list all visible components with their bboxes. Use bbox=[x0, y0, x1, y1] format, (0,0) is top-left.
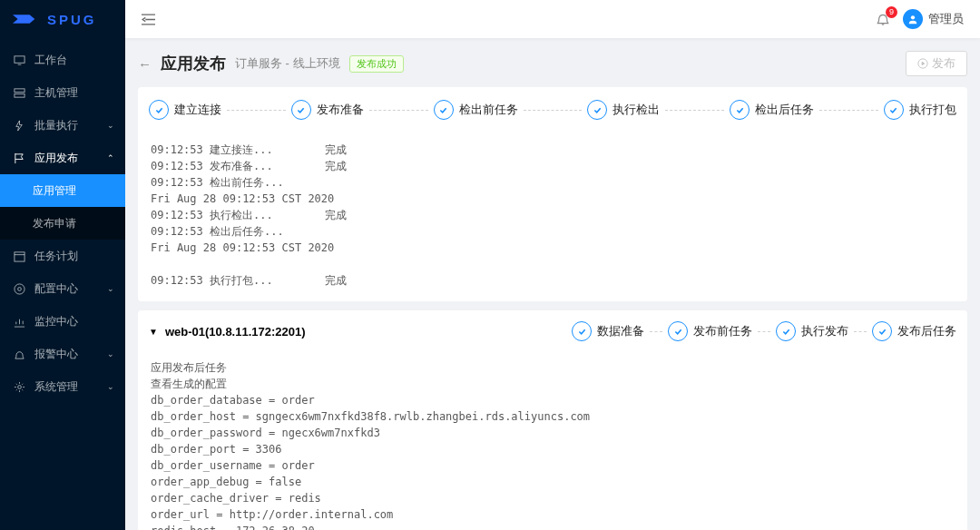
host-steps: 数据准备发布前任务执行发布发布后任务 bbox=[572, 321, 956, 341]
step-divider bbox=[650, 331, 662, 332]
nav-label: 发布申请 bbox=[33, 216, 76, 231]
page-title: 应用发布 bbox=[161, 53, 226, 74]
nav-label: 监控中心 bbox=[34, 314, 78, 329]
check-icon bbox=[291, 100, 311, 120]
sidebar: SPUG 工作台 主机管理 批量执行⌄ 应用发布⌃ 应用管理 发布申请 任务计划… bbox=[0, 0, 125, 530]
status-badge: 发布成功 bbox=[349, 55, 404, 73]
chart-icon bbox=[13, 315, 25, 328]
step: 执行打包 bbox=[884, 100, 956, 120]
nav-monitor[interactable]: 监控中心 bbox=[0, 305, 125, 338]
desktop-icon bbox=[13, 54, 25, 66]
step-label: 建立连接 bbox=[174, 102, 221, 118]
step: 检出后任务 bbox=[730, 100, 814, 120]
step-label: 执行检出 bbox=[612, 102, 660, 118]
config-icon bbox=[13, 282, 25, 295]
deploy-button[interactable]: 发布 bbox=[906, 51, 967, 76]
host-label: web-01(10.8.11.172:2201) bbox=[165, 325, 306, 339]
brand-text: SPUG bbox=[47, 12, 97, 27]
step-label: 数据准备 bbox=[597, 323, 644, 339]
logo: SPUG bbox=[0, 0, 125, 38]
nav-deploy-submenu: 应用管理 发布申请 bbox=[0, 174, 125, 240]
logo-icon bbox=[13, 13, 38, 25]
calendar-icon bbox=[13, 250, 25, 262]
build-steps: 建立连接发布准备检出前任务执行检出检出后任务执行打包 bbox=[138, 87, 967, 132]
nav-label: 系统管理 bbox=[34, 379, 78, 395]
svg-rect-0 bbox=[14, 55, 24, 62]
page-subtitle: 订单服务 - 线上环境 bbox=[235, 55, 340, 72]
chevron-up-icon: ⌃ bbox=[107, 153, 114, 162]
build-card: 建立连接发布准备检出前任务执行检出检出后任务执行打包 09:12:53 建立接连… bbox=[138, 87, 967, 301]
step-divider bbox=[369, 110, 428, 111]
step-divider bbox=[854, 331, 867, 332]
nav-label: 应用发布 bbox=[34, 151, 78, 166]
svg-rect-3 bbox=[14, 251, 24, 260]
step: 检出前任务 bbox=[434, 100, 518, 120]
check-icon bbox=[668, 321, 688, 341]
step-divider bbox=[819, 110, 878, 111]
chevron-down-icon: ⌄ bbox=[107, 382, 114, 391]
step-divider bbox=[665, 110, 724, 111]
host-card: ▼ web-01(10.8.11.172:2201) 数据准备发布前任务执行发布… bbox=[138, 310, 967, 530]
nav-alert[interactable]: 报警中心⌄ bbox=[0, 338, 125, 370]
user-name: 管理员 bbox=[928, 11, 964, 27]
thunder-icon bbox=[13, 119, 25, 132]
step: 发布后任务 bbox=[872, 321, 956, 341]
user-menu[interactable]: 管理员 bbox=[903, 9, 964, 29]
step: 执行发布 bbox=[776, 321, 848, 341]
nav-label: 配置中心 bbox=[34, 281, 78, 297]
nav-cron[interactable]: 任务计划 bbox=[0, 240, 125, 272]
nav-hosts[interactable]: 主机管理 bbox=[0, 76, 125, 109]
step: 执行检出 bbox=[587, 100, 660, 120]
step-divider bbox=[227, 110, 286, 111]
collapse-sidebar-button[interactable] bbox=[142, 13, 155, 26]
check-icon bbox=[872, 321, 892, 341]
nav-deploy[interactable]: 应用发布⌃ bbox=[0, 142, 125, 174]
main-content: ← 应用发布 订单服务 - 线上环境 发布成功 发布 建立连接发布准备检出前任务… bbox=[125, 38, 980, 530]
svg-point-4 bbox=[17, 287, 21, 290]
step-label: 执行发布 bbox=[801, 323, 848, 339]
server-icon bbox=[13, 86, 25, 99]
nav-label: 批量执行 bbox=[34, 118, 78, 133]
step-label: 发布前任务 bbox=[693, 323, 752, 339]
back-button[interactable]: ← bbox=[138, 56, 152, 72]
notifications-button[interactable]: 9 bbox=[876, 12, 890, 26]
step-divider bbox=[524, 110, 583, 111]
step-label: 检出后任务 bbox=[755, 102, 814, 118]
check-icon bbox=[776, 321, 796, 341]
check-icon bbox=[884, 100, 904, 120]
flag-icon bbox=[13, 152, 25, 164]
nav-label: 报警中心 bbox=[34, 347, 78, 362]
host-log: 应用发布后任务 查看生成的配置 db_order_database = orde… bbox=[138, 350, 967, 530]
collapse-host-button[interactable]: ▼ bbox=[149, 327, 158, 337]
check-icon bbox=[149, 100, 169, 120]
step: 发布前任务 bbox=[668, 321, 752, 341]
nav-menu: 工作台 主机管理 批量执行⌄ 应用发布⌃ 应用管理 发布申请 任务计划 配置中心… bbox=[0, 38, 125, 403]
svg-point-5 bbox=[14, 283, 24, 293]
nav-deploy-requests[interactable]: 发布申请 bbox=[0, 207, 125, 240]
chevron-down-icon: ⌄ bbox=[107, 284, 114, 293]
step: 建立连接 bbox=[149, 100, 221, 120]
step: 发布准备 bbox=[291, 100, 364, 120]
step-label: 发布准备 bbox=[317, 102, 364, 118]
step-label: 执行打包 bbox=[909, 102, 956, 118]
nav-label: 工作台 bbox=[34, 53, 67, 68]
play-icon bbox=[917, 58, 928, 69]
check-icon bbox=[434, 100, 454, 120]
check-icon bbox=[730, 100, 750, 120]
step-divider bbox=[758, 331, 770, 332]
nav-label: 任务计划 bbox=[34, 249, 78, 264]
nav-config[interactable]: 配置中心⌄ bbox=[0, 272, 125, 305]
step-label: 检出前任务 bbox=[459, 102, 518, 118]
topbar: 9 管理员 bbox=[125, 0, 980, 38]
host-card-header: ▼ web-01(10.8.11.172:2201) 数据准备发布前任务执行发布… bbox=[138, 310, 967, 350]
notification-badge: 9 bbox=[886, 6, 897, 18]
nav-workspace[interactable]: 工作台 bbox=[0, 44, 125, 76]
deploy-label: 发布 bbox=[932, 55, 956, 72]
nav-deploy-apps[interactable]: 应用管理 bbox=[0, 174, 125, 207]
step: 数据准备 bbox=[572, 321, 644, 341]
nav-batch[interactable]: 批量执行⌄ bbox=[0, 109, 125, 142]
chevron-down-icon: ⌄ bbox=[107, 349, 114, 358]
build-log: 09:12:53 建立接连... 完成 09:12:53 发布准备... 完成 … bbox=[138, 132, 967, 301]
nav-system[interactable]: 系统管理⌄ bbox=[0, 370, 125, 403]
nav-label: 主机管理 bbox=[34, 85, 78, 101]
